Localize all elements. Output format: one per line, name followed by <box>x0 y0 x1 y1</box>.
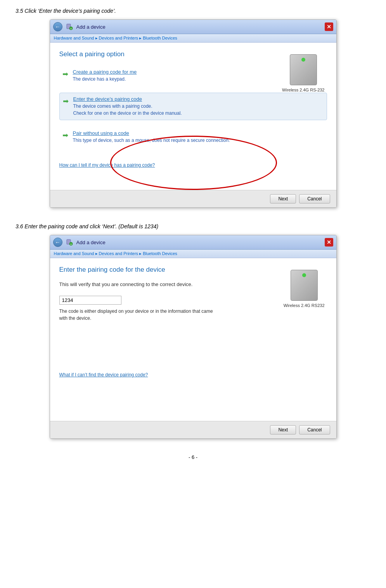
titlebar-left-2: ← + Add a device <box>53 238 106 247</box>
device-box-2 <box>291 270 318 301</box>
cancel-button-2[interactable]: Cancel <box>299 425 330 435</box>
add-device-icon-2: + <box>66 238 73 246</box>
dialog-2: ← + Add a device ✕ Hardware and Sound ▸ … <box>50 235 337 439</box>
option-pair-without-code[interactable]: ➡ Pair without using a code This type of… <box>59 127 327 147</box>
back-button-2[interactable]: ← <box>53 238 62 247</box>
svg-text:+: + <box>70 243 72 246</box>
dialog-1: ← + Add a device ✕ Hardware and Sound ▸ … <box>50 19 337 208</box>
dialog-title-2: Add a device <box>76 240 106 245</box>
titlebar-left-1: ← + Add a device <box>53 22 106 31</box>
arrow-icon-3: ➡ <box>62 131 68 140</box>
page-number: - 6 - <box>16 454 370 460</box>
close-button-1[interactable]: ✕ <box>325 22 333 31</box>
titlebar-1: ← + Add a device ✕ <box>50 20 336 34</box>
cancel-button-1[interactable]: Cancel <box>299 194 330 203</box>
add-device-icon-1: + <box>66 23 73 31</box>
next-button-1[interactable]: Next <box>270 194 296 203</box>
device-image-2: Wireless 2.4G RS232 <box>284 270 325 308</box>
svg-text:+: + <box>70 27 72 30</box>
option-1-title[interactable]: Create a pairing code for me <box>73 69 137 75</box>
option-1-desc: The device has a keypad. <box>73 76 137 83</box>
option-2-title[interactable]: Enter the device’s pairing code <box>73 96 182 102</box>
code-hint: The code is either displayed on your dev… <box>59 308 222 322</box>
dialog-content-2: Enter the pairing code for the device Th… <box>50 258 336 421</box>
back-button-1[interactable]: ← <box>53 22 62 31</box>
option-3-title[interactable]: Pair without using a code <box>73 130 230 136</box>
device-label-2: Wireless 2.4G RS232 <box>284 303 325 308</box>
titlebar-2: ← + Add a device ✕ <box>50 235 336 250</box>
arrow-icon-1: ➡ <box>62 70 68 78</box>
dialog-footer-1: Next Cancel <box>50 190 336 207</box>
option-3-desc: This type of device, such as a mouse, do… <box>73 137 230 144</box>
close-button-2[interactable]: ✕ <box>325 238 333 247</box>
help-link-2[interactable]: What if I can’t find the device pairing … <box>59 372 148 378</box>
device-image-1: Wireless 2.4G RS-232 <box>282 54 324 92</box>
breadcrumb-1: Hardware and Sound ▸ Devices and Printer… <box>50 34 336 43</box>
breadcrumb-2: Hardware and Sound ▸ Devices and Printer… <box>50 250 336 258</box>
dialog-title-1: Add a device <box>76 24 106 30</box>
arrow-icon-2: ➡ <box>63 97 69 105</box>
dialog-footer-2: Next Cancel <box>50 421 336 438</box>
dialog-content-1: Select a pairing option ➡ Create a pairi… <box>50 43 336 190</box>
option-enter-pairing-code[interactable]: ➡ Enter the device’s pairing code The de… <box>59 93 327 120</box>
help-link-1[interactable]: How can I tell if my device has a pairin… <box>59 162 155 168</box>
device-box-1 <box>290 54 317 85</box>
section1-label: 3.5 Click ‘Enter the device’s pairing co… <box>16 8 370 14</box>
section2-label: 3.6 Enter the pairing code and click ‘Ne… <box>16 223 370 229</box>
option-1-text: Create a pairing code for me The device … <box>73 69 137 83</box>
pairing-code-input[interactable] <box>59 296 121 305</box>
option-2-text: Enter the device’s pairing code The devi… <box>73 96 182 117</box>
device-label-1: Wireless 2.4G RS-232 <box>282 88 324 92</box>
option-2-desc: The device comes with a pairing code. Ch… <box>73 103 182 117</box>
next-button-2[interactable]: Next <box>270 425 296 435</box>
option-3-text: Pair without using a code This type of d… <box>73 130 230 144</box>
